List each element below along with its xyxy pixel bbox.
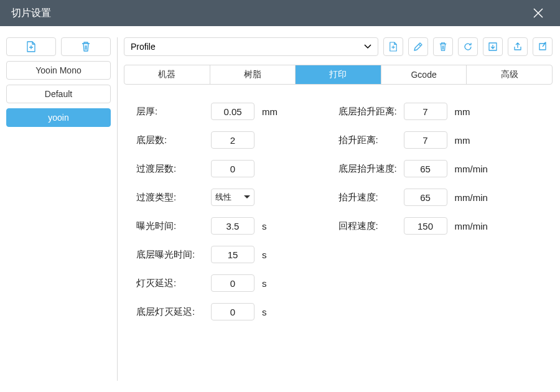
- tab-label: Gcode: [411, 70, 436, 80]
- main-panel: Profile: [124, 37, 553, 381]
- form-row: 抬升距离:mm: [338, 132, 541, 148]
- sidebar-toolbar: [6, 37, 111, 56]
- tab-label: 高级: [501, 69, 518, 80]
- form-row: 回程速度:mm/min: [338, 218, 541, 234]
- vertical-divider: [117, 37, 118, 381]
- field-input[interactable]: [404, 217, 447, 235]
- form-row: 灯灭延迟:s: [136, 275, 338, 291]
- field-unit: s: [262, 221, 267, 231]
- field-label: 过渡层数:: [136, 163, 211, 175]
- form-area: 层厚:mm底层数:过渡层数:过渡类型:线性曝光时间:s底层曝光时间:s灯灭延迟:…: [124, 103, 553, 320]
- field-input[interactable]: [211, 131, 254, 149]
- export-button[interactable]: [508, 37, 528, 56]
- trash-icon: [81, 41, 91, 52]
- pencil-icon: [413, 42, 423, 52]
- field-unit: mm: [455, 135, 470, 146]
- field-input[interactable]: [211, 303, 254, 320]
- form-right-column: 底层抬升距离:mm抬升距离:mm底层抬升速度:mm/min抬升速度:mm/min…: [338, 103, 541, 320]
- add-file-icon: [389, 42, 398, 52]
- tab-bar: 机器 树脂 打印 Gcode 高级: [124, 65, 553, 85]
- close-icon[interactable]: [528, 5, 549, 21]
- share-button[interactable]: [533, 37, 553, 56]
- field-label: 层厚:: [136, 106, 211, 118]
- tab-resin[interactable]: 树脂: [210, 65, 296, 84]
- field-unit: mm/min: [455, 164, 488, 174]
- delete-profile-button[interactable]: [61, 37, 111, 56]
- field-label: 曝光时间:: [136, 220, 211, 232]
- form-row: 底层灯灭延迟:s: [136, 304, 338, 320]
- edit-button[interactable]: [408, 37, 428, 56]
- field-input[interactable]: [404, 131, 447, 149]
- field-select[interactable]: 线性: [211, 189, 254, 206]
- titlebar: 切片设置: [0, 0, 560, 26]
- tab-label: 打印: [329, 69, 347, 80]
- field-label: 抬升距离:: [338, 134, 404, 146]
- export-icon: [513, 42, 523, 52]
- share-icon: [538, 42, 548, 52]
- form-left-column: 层厚:mm底层数:过渡层数:过渡类型:线性曝光时间:s底层曝光时间:s灯灭延迟:…: [136, 103, 338, 320]
- field-input[interactable]: [211, 246, 254, 263]
- delete-button[interactable]: [433, 37, 453, 56]
- chevron-down-icon: [244, 195, 250, 199]
- form-row: 层厚:mm: [136, 103, 338, 119]
- form-row: 底层抬升速度:mm/min: [338, 161, 541, 177]
- field-input[interactable]: [404, 189, 447, 206]
- select-value: 线性: [215, 192, 231, 203]
- field-label: 灯灭延迟:: [136, 278, 211, 289]
- profile-item-2[interactable]: yooin: [6, 108, 111, 127]
- tab-advanced[interactable]: 高级: [467, 65, 552, 84]
- field-input[interactable]: [211, 160, 254, 177]
- field-unit: mm: [262, 106, 278, 117]
- profile-item-0[interactable]: Yooin Mono: [6, 61, 111, 80]
- field-input[interactable]: [211, 217, 254, 235]
- profile-label: yooin: [48, 113, 68, 123]
- field-input[interactable]: [404, 103, 447, 120]
- tab-gcode[interactable]: Gcode: [381, 65, 467, 84]
- import-icon: [488, 42, 498, 52]
- profile-dropdown-label: Profile: [131, 42, 156, 52]
- form-row: 过渡类型:线性: [136, 189, 338, 205]
- refresh-icon: [463, 42, 473, 52]
- tab-machine[interactable]: 机器: [124, 65, 210, 84]
- sidebar: Yooin Mono Default yooin: [6, 37, 111, 381]
- form-row: 抬升速度:mm/min: [338, 189, 541, 205]
- profile-dropdown[interactable]: Profile: [124, 37, 378, 56]
- form-row: 过渡层数:: [136, 161, 338, 177]
- profile-label: Default: [45, 89, 72, 99]
- field-unit: mm/min: [455, 192, 488, 203]
- tab-label: 机器: [158, 69, 175, 80]
- field-unit: s: [262, 278, 267, 289]
- field-unit: s: [262, 307, 267, 317]
- form-row: 底层抬升距离:mm: [338, 103, 541, 119]
- tab-print[interactable]: 打印: [296, 65, 381, 84]
- new-button[interactable]: [383, 37, 403, 56]
- profile-item-1[interactable]: Default: [6, 85, 111, 103]
- add-profile-button[interactable]: [6, 37, 56, 56]
- field-input[interactable]: [211, 274, 254, 292]
- refresh-button[interactable]: [458, 37, 478, 56]
- import-button[interactable]: [483, 37, 503, 56]
- field-input[interactable]: [404, 160, 447, 177]
- chevron-down-icon: [364, 44, 371, 49]
- field-label: 底层抬升距离:: [338, 106, 404, 118]
- form-row: 底层曝光时间:s: [136, 246, 338, 263]
- field-label: 抬升速度:: [338, 192, 404, 203]
- field-unit: mm: [455, 106, 470, 117]
- add-file-icon: [26, 41, 36, 52]
- trash-icon: [439, 42, 447, 52]
- field-label: 底层曝光时间:: [136, 249, 211, 261]
- field-label: 底层抬升速度:: [338, 163, 404, 175]
- field-label: 底层数:: [136, 134, 211, 146]
- field-label: 过渡类型:: [136, 192, 211, 203]
- field-unit: s: [262, 250, 267, 260]
- window-title: 切片设置: [11, 7, 51, 20]
- field-input[interactable]: [211, 103, 254, 120]
- field-label: 底层灯灭延迟:: [136, 306, 211, 318]
- body: Yooin Mono Default yooin Profile: [0, 26, 560, 392]
- form-row: 曝光时间:s: [136, 218, 338, 234]
- tab-label: 树脂: [244, 69, 261, 80]
- form-row: 底层数:: [136, 132, 338, 148]
- profile-toolbar: Profile: [124, 37, 553, 56]
- field-label: 回程速度:: [338, 220, 404, 232]
- field-unit: mm/min: [455, 221, 488, 231]
